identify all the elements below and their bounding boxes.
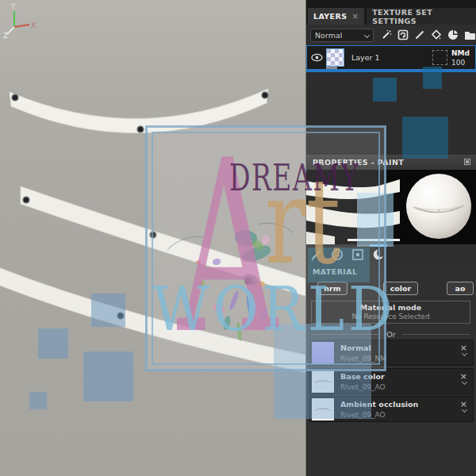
tab-material[interactable] [368,244,389,265]
normal-swatch[interactable] [312,342,334,364]
effects-pie-icon[interactable] [447,29,459,40]
resource-title: Normal [340,344,371,352]
paint-tool-tabs [306,244,476,265]
material-mode-box[interactable]: Material mode No Resource Selected [311,301,470,324]
material-preview-area [306,170,476,244]
axis-gizmo: Y X Z [0,0,36,43]
axis-y-label: Y [10,2,16,10]
sphere-render [406,174,471,239]
chevron-down-icon[interactable] [463,400,466,415]
tab-texture-set-settings[interactable]: TEXTURE SET SETTINGS [367,8,476,25]
fill-bucket-icon[interactable] [431,29,442,40]
viewport-3d[interactable]: Y X Z [0,0,306,476]
blend-mode-dropdown[interactable]: Normal [310,29,374,42]
dock-panel: LAYERS × TEXTURE SET SETTINGS Normal [305,0,476,476]
layer-channels: NMd [451,48,475,58]
collapse-panel-icon[interactable] [464,159,470,165]
resource-title: Base color [340,372,385,381]
folder-icon[interactable] [464,30,476,40]
panel-top-strip [306,0,476,8]
panel-tab-bar: LAYERS × TEXTURE SET SETTINGS [306,8,476,25]
visibility-eye-icon[interactable] [311,53,323,62]
thumb-underline [326,67,337,69]
ao-swatch[interactable] [312,398,334,420]
tab-stencil[interactable] [347,244,368,265]
base-color-swatch[interactable] [312,370,334,393]
tab-tss-label: TEXTURE SET SETTINGS [372,8,470,25]
tab-brush[interactable] [306,244,327,265]
resource-row-base-color[interactable]: Base color Rivet_09_AO × [309,368,474,394]
properties-paint-header: PROPERTIES - PAINT [306,155,476,170]
material-mode-subtitle: No Resource Selected [312,313,470,321]
tab-close-icon[interactable]: × [351,12,359,21]
resource-title: Ambient occlusion [340,400,418,409]
material-preview-sphere[interactable] [400,170,476,244]
or-label: Or [386,330,395,339]
properties-paint-title: PROPERTIES - PAINT [313,158,404,167]
resource-row-ambient-occlusion[interactable]: Ambient occlusion Rivet_09_AO × [309,396,474,422]
layer-opacity: 100 [451,58,475,67]
layer-thumbnail[interactable] [326,48,344,67]
layer-name: Layer 1 [351,53,380,62]
resource-file: Rivet_09_AO [340,411,386,419]
app-window: Y X Z LAYERS × TEXTURE SET SETTINGS Norm… [0,0,476,476]
resource-row-normal[interactable]: Normal Rivet_09_NM × [309,340,474,366]
resource-file: Rivet_09_AO [340,383,386,391]
tab-layers-label: LAYERS [313,12,347,21]
axis-x-label: X [31,21,36,29]
smart-material-icon[interactable] [397,29,409,40]
brush-icon[interactable] [414,29,425,40]
blend-mode-value: Normal [315,31,342,40]
channel-button-nrm[interactable]: nrm [317,282,347,295]
axis-z-label: Z [3,32,8,40]
tab-alpha[interactable] [327,244,347,265]
rivet-strips-graphic [0,0,306,476]
chevron-down-icon[interactable] [463,344,466,359]
magic-wand-icon[interactable] [381,29,392,40]
material-section-header: MATERIAL [313,267,358,276]
chevron-down-icon [364,32,370,37]
channel-button-ao[interactable]: ao [447,282,474,295]
layer-stack-empty[interactable] [306,72,476,155]
tab-layers[interactable]: LAYERS × [308,8,364,25]
layers-toolbar: Normal [306,25,476,45]
material-mode-title: Material mode [312,303,470,312]
mask-placeholder-icon[interactable] [432,50,447,65]
resource-file: Rivet_09_NM [340,355,386,363]
or-divider: Or [306,329,476,339]
material-preview-plane[interactable] [306,170,400,244]
channel-button-color[interactable]: color [383,282,418,295]
chevron-down-icon[interactable] [463,372,466,387]
